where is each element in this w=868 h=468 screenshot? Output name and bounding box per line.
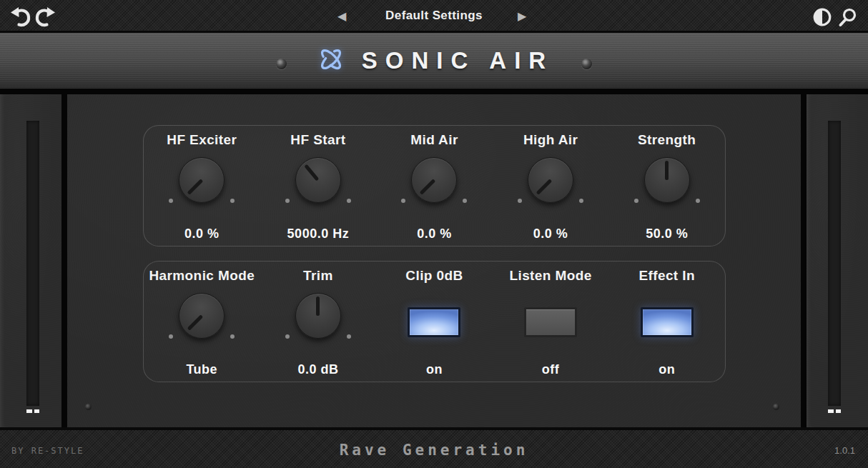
knob-cell-mid-air: Mid Air 0.0 %: [376, 126, 493, 246]
toggle-label: Listen Mode: [493, 268, 609, 284]
preset-name[interactable]: Default Settings: [355, 9, 513, 23]
knob-pointer: [316, 297, 320, 316]
knob-cell-harmonic-mode: Harmonic Mode Tube: [144, 262, 260, 382]
knob-cell-hf-start: HF Start 5000.0 Hz: [260, 126, 377, 246]
knob-pointer: [420, 179, 436, 195]
meter-peak-marks: [26, 409, 39, 413]
knob-max-dot: [230, 334, 235, 339]
knob-min-dot: [169, 334, 173, 339]
screw: [773, 404, 779, 410]
knob-max-dot: [230, 199, 235, 203]
screw: [276, 59, 287, 69]
high-air-knob[interactable]: [528, 157, 573, 203]
knob-label: Harmonic Mode: [144, 268, 260, 284]
plugin-title: SONIC AIR: [362, 47, 553, 74]
redo-button[interactable]: [34, 6, 56, 29]
toggle-label: Effect In: [608, 268, 725, 284]
preset-next-button[interactable]: ▶: [518, 9, 526, 24]
titlebar: ◀ Default Settings ▶: [0, 0, 868, 33]
brand: SONIC AIR: [315, 43, 553, 79]
clip-0db-toggle[interactable]: [408, 307, 460, 337]
version-text: 1.0.1: [834, 445, 855, 456]
knob-label: Strength: [608, 132, 725, 148]
input-level-meter: [26, 121, 39, 406]
knob-value: 5000.0 Hz: [260, 226, 377, 242]
knob-cell-trim: Trim 0.0 dB: [260, 262, 377, 382]
knob-min-dot: [401, 199, 405, 203]
undo-button[interactable]: [9, 6, 32, 29]
knob-pointer: [305, 164, 320, 181]
toggle-cell-clip: Clip 0dB on: [376, 262, 493, 382]
knob-pointer: [536, 179, 552, 195]
preset-prev-button[interactable]: ◀: [337, 9, 346, 24]
toggle-state: off: [493, 362, 609, 377]
knob-max-dot: [347, 199, 351, 203]
meter-peak-marks: [828, 409, 841, 413]
knob-min-dot: [169, 199, 173, 203]
knob-value: Tube: [144, 362, 260, 377]
zoom-button[interactable]: [837, 7, 857, 27]
toggle-state: on: [376, 362, 493, 377]
knob-value: 50.0 %: [608, 226, 725, 242]
atom-orbit-logo-icon: [315, 43, 347, 79]
knob-value: 0.0 %: [144, 226, 260, 242]
knob-cell-hf-exciter: HF Exciter 0.0 %: [144, 126, 260, 246]
knob-min-dot: [285, 334, 290, 339]
knob-label: HF Exciter: [144, 132, 260, 148]
trim-knob[interactable]: [295, 293, 341, 339]
plugin-window: ◀ Default Settings ▶ SONIC: [0, 0, 868, 468]
knob-cell-high-air: High Air 0.0 %: [493, 126, 609, 246]
right-meter-panel: [807, 94, 868, 427]
knob-value: 0.0 %: [376, 226, 493, 242]
toggle-cell-listen-mode: Listen Mode off: [493, 262, 609, 382]
toggle-cell-effect-in: Effect In on: [608, 262, 725, 382]
knob-label: Trim: [260, 268, 377, 284]
footer: BY RE-STYLE Rave Generation 1.0.1: [0, 427, 868, 468]
harmonic-mode-knob[interactable]: [179, 293, 225, 339]
mid-air-knob[interactable]: [411, 157, 457, 203]
main-panel: HF Exciter 0.0 % HF Start 5000.0 Hz Mid …: [67, 94, 801, 427]
knob-min-dot: [518, 199, 522, 203]
strength-knob[interactable]: [644, 157, 690, 203]
contrast-icon: [812, 17, 832, 29]
contrast-toggle-button[interactable]: [812, 7, 832, 27]
knob-label: Mid Air: [376, 132, 493, 148]
left-meter-panel: [0, 94, 61, 427]
redo-icon: [34, 19, 56, 31]
knob-min-dot: [634, 199, 638, 203]
output-level-meter: [828, 121, 841, 406]
knob-pointer: [187, 314, 203, 331]
knob-min-dot: [285, 199, 290, 203]
undo-icon: [9, 19, 32, 31]
mode-group: Harmonic Mode Tube Trim 0.0 dB Clip 0dB: [143, 261, 726, 382]
screw: [85, 404, 92, 410]
knob-max-dot: [463, 199, 467, 203]
toggle-label: Clip 0dB: [376, 268, 493, 284]
knob-label: High Air: [493, 132, 609, 148]
header: SONIC AIR: [0, 33, 868, 91]
screw: [581, 59, 592, 69]
effect-in-toggle[interactable]: [641, 307, 694, 337]
magnifier-icon: [837, 17, 857, 29]
toggle-state: on: [608, 362, 725, 377]
knob-max-dot: [347, 334, 351, 339]
knob-max-dot: [696, 199, 700, 203]
knob-label: HF Start: [260, 132, 377, 148]
knob-value: 0.0 dB: [260, 362, 377, 377]
listen-mode-toggle[interactable]: [524, 307, 577, 337]
knob-pointer: [187, 179, 203, 195]
knob-pointer: [665, 161, 669, 180]
knob-cell-strength: Strength 50.0 %: [608, 126, 725, 246]
exciter-group: HF Exciter 0.0 % HF Start 5000.0 Hz Mid …: [143, 125, 726, 247]
hf-start-knob[interactable]: [295, 157, 341, 203]
knob-max-dot: [579, 199, 583, 203]
knob-value: 0.0 %: [493, 226, 609, 242]
product-name: Rave Generation: [0, 442, 868, 459]
hf-exciter-knob[interactable]: [179, 157, 225, 203]
